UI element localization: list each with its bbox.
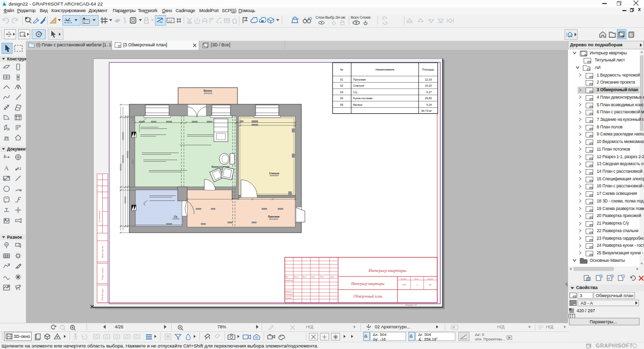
svg-text:Лист: Лист <box>414 278 419 280</box>
svg-text:С/у: С/у <box>174 216 178 218</box>
svg-text:Изм: Изм <box>285 276 288 278</box>
svg-text:Интерьер квартиры: Интерьер квартиры <box>351 282 384 286</box>
svg-text:Формат А3: Формат А3 <box>406 304 417 306</box>
svg-text:4,24: 4,24 <box>427 103 432 106</box>
svg-text:12,19: 12,19 <box>425 78 432 81</box>
svg-text:Прихожая: Прихожая <box>353 78 366 81</box>
svg-text:64,73 м²: 64,73 м² <box>422 109 432 112</box>
svg-text:Обмерочный план: Обмерочный план <box>354 294 382 299</box>
svg-text:разработал: разработал <box>285 280 294 282</box>
svg-text:Подп. и дата: Подп. и дата <box>101 267 104 279</box>
svg-text:Дата: Дата <box>330 276 335 278</box>
svg-text:Листов: Листов <box>427 278 433 280</box>
svg-text:05: 05 <box>340 103 343 106</box>
svg-text:Спальня: Спальня <box>269 172 279 175</box>
svg-text:α: α <box>19 263 21 266</box>
svg-text:Кухня-гостиная: Кухня-гостиная <box>353 97 372 100</box>
svg-text:Стадия: Стадия <box>400 278 407 280</box>
svg-text:Площадь: Площадь <box>422 68 434 71</box>
svg-text:Спальня: Спальня <box>353 84 364 87</box>
svg-text:РП: РП <box>402 284 406 286</box>
svg-text:Кол.уч: Кол.уч <box>293 276 298 278</box>
svg-text:Инв № подл.: Инв № подл. <box>101 288 104 300</box>
svg-text:1: 1 <box>30 17 32 21</box>
svg-text:26: 26 <box>429 284 432 286</box>
svg-text:т.контроль: т.контроль <box>285 294 293 296</box>
svg-text:Балкон: Балкон <box>204 90 212 92</box>
svg-text:С/у: С/у <box>353 91 357 94</box>
svg-text:02: 02 <box>340 84 343 87</box>
svg-text:выполнил: выполнил <box>285 290 292 292</box>
svg-text:12: 12 <box>168 19 172 23</box>
svg-text:Наименование: Наименование <box>375 68 394 71</box>
svg-text:Подп.: Подп. <box>319 276 324 278</box>
svg-text:Взам. инв №: Взам. инв № <box>101 246 104 258</box>
svg-text:Интерьер квартиры: Интерьер квартиры <box>368 268 407 273</box>
svg-text:03: 03 <box>340 91 343 94</box>
svg-text:A: A <box>4 164 9 171</box>
svg-text:6,27: 6,27 <box>427 91 432 94</box>
svg-text:Лист: Лист <box>302 276 306 278</box>
svg-text:утвердил: утвердил <box>285 297 292 299</box>
svg-text:№док: №док <box>310 276 315 278</box>
svg-text:Прихожая: Прихожая <box>268 216 280 218</box>
svg-text:Балкон: Балкон <box>353 103 362 106</box>
svg-text:Согласовано: Согласовано <box>98 210 101 223</box>
svg-text:16,20: 16,20 <box>425 84 432 87</box>
svg-text:№: № <box>340 68 343 71</box>
svg-text:25,83: 25,83 <box>425 97 432 100</box>
svg-text:04: 04 <box>340 97 343 100</box>
svg-text:01: 01 <box>340 78 343 81</box>
